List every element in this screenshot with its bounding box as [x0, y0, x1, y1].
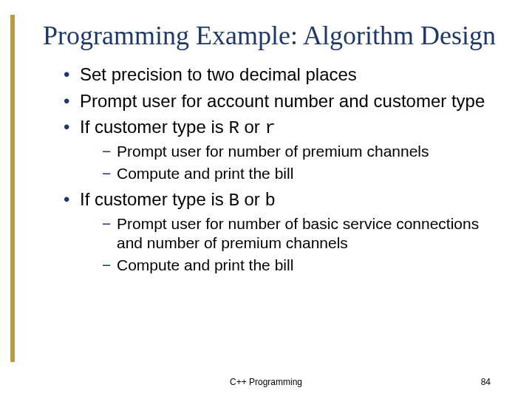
- bullet-item: Prompt user for account number and custo…: [64, 90, 499, 112]
- bullet-item: Set precision to two decimal places: [64, 64, 499, 85]
- sub-bullet-text: Compute and print the bill: [117, 256, 293, 273]
- sub-bullet-text: Prompt user for number of basic service …: [117, 215, 479, 251]
- sub-bullet-item: Prompt user for number of premium channe…: [102, 142, 499, 161]
- sub-bullet-item: Compute and print the bill: [102, 256, 499, 275]
- bullet-text: If customer type is: [80, 117, 228, 137]
- bullet-text: Set precision to two decimal places: [80, 64, 357, 84]
- bullet-list: Set precision to two decimal places Prom…: [43, 64, 499, 275]
- title-block: Programming Example: Algorithm Design: [43, 21, 499, 50]
- sub-bullet-item: Compute and print the bill: [102, 164, 499, 183]
- bullet-item: If customer type is R or r Prompt user f…: [64, 116, 499, 184]
- code-literal: b: [265, 191, 276, 211]
- code-literal: r: [265, 118, 276, 138]
- code-literal: R: [228, 118, 239, 138]
- bullet-text: or: [239, 189, 265, 209]
- sub-bullet-list: Prompt user for number of basic service …: [80, 214, 499, 276]
- bullet-text: or: [239, 117, 265, 137]
- slide: Programming Example: Algorithm Design Se…: [0, 0, 532, 399]
- sub-bullet-text: Prompt user for number of premium channe…: [117, 143, 429, 160]
- bullet-text: Prompt user for account number and custo…: [80, 91, 485, 111]
- accent-bar: [10, 15, 15, 362]
- bullet-text: If customer type is: [80, 189, 228, 209]
- slide-title: Programming Example: Algorithm Design: [43, 21, 499, 50]
- sub-bullet-text: Compute and print the bill: [117, 165, 293, 182]
- sub-bullet-item: Prompt user for number of basic service …: [102, 214, 499, 253]
- footer-text: C++ Programming: [0, 377, 532, 387]
- bullet-item: If customer type is B or b Prompt user f…: [64, 188, 499, 276]
- page-number: 84: [481, 377, 491, 387]
- code-literal: B: [228, 191, 239, 211]
- sub-bullet-list: Prompt user for number of premium channe…: [80, 142, 499, 184]
